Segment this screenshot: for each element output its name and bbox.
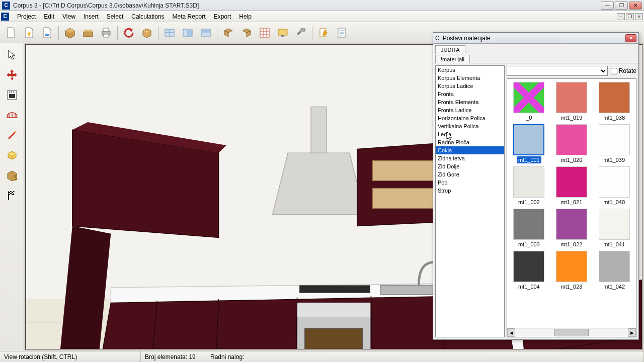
part-item-zidna-letva[interactable]: Zidna letva [436,154,504,162]
scroll-left-button[interactable]: ◀ [507,328,515,337]
menu-meta-report[interactable]: Meta Report [169,12,210,21]
swatch-tile[interactable] [556,82,587,113]
swatch-horizontal-scrollbar[interactable]: ◀ ▶ [507,328,636,337]
rotate-checkbox-label[interactable]: Rotate [611,67,636,74]
window-minimize-button[interactable]: — [601,2,614,10]
part-item-strop[interactable]: Strop [436,187,504,195]
box-closed-button[interactable] [62,25,78,41]
swatch-tile[interactable] [599,166,630,198]
oven-tool[interactable] [4,86,21,104]
render-button[interactable] [275,25,291,41]
menu-calculations[interactable]: Calculations [127,12,168,21]
swatch-tile[interactable] [556,124,587,155]
menu-help[interactable]: Help [235,12,256,21]
swatch-mt1_023[interactable]: mt1_023 [553,251,591,290]
part-item-horizontalna-polica[interactable]: Horizontalna Polica [436,114,504,122]
swatch-tile[interactable] [513,166,544,198]
print-button[interactable] [98,25,114,41]
swatch-mt1_003[interactable]: mt1_003 [510,209,548,248]
swatch-mt1_022[interactable]: mt1_022 [553,209,591,248]
scroll-thumb[interactable] [554,329,588,336]
box-3d-button[interactable] [139,25,155,41]
view-front-button[interactable] [162,25,178,41]
swatch-mt1_041[interactable]: mt1_041 [595,209,633,248]
part-item-korpus-elementa[interactable]: Korpus Elementa [436,74,504,82]
part-item-radna-ploča[interactable]: Radna Ploča [436,138,504,146]
menu-view[interactable]: View [58,12,79,21]
dialog-titlebar[interactable]: C Postavi materijale ✕ [433,33,638,44]
draw-tool[interactable] [4,127,21,144]
swatch-_0[interactable]: _0 [510,82,548,121]
move-tool[interactable] [4,66,21,83]
open-file-button[interactable] [21,25,37,41]
dialog-close-button[interactable]: ✕ [625,34,636,42]
swatch-mt1_004[interactable]: mt1_004 [510,251,548,290]
flag-tool[interactable] [4,187,21,204]
swatch-mt1_021[interactable]: mt1_021 [553,166,591,206]
swatch-tile[interactable] [599,82,630,113]
swatch-mt1_042[interactable]: mt1_042 [595,251,633,290]
swatch-tile[interactable] [513,124,544,155]
materials-dialog[interactable]: C Postavi materijale ✕ JUDITA !materijal… [433,32,639,340]
swatch-mt1_040[interactable]: mt1_040 [595,166,633,206]
parts-listbox[interactable]: KorpusKorpus ElementaKorpus LadiceFronta… [435,65,505,337]
view-top-button[interactable] [198,25,214,41]
view-side-button[interactable] [180,25,196,41]
swatch-scroll-area[interactable]: _0mt1_019mt1_038mt1_001mt1_020mt1_039mt1… [507,78,636,328]
top-grid-tool[interactable] [4,107,21,124]
hammer-button[interactable] [293,25,309,41]
mdi-minimize-button[interactable]: – [617,13,625,20]
swatch-tile[interactable] [556,209,587,240]
swatch-mt1_001[interactable]: mt1_001 [510,124,548,163]
iso-left-button[interactable] [220,25,236,41]
scroll-right-button[interactable]: ▶ [628,328,636,337]
material-dropdown[interactable] [507,66,608,76]
swatch-tile[interactable] [513,209,544,240]
swatch-mt1_020[interactable]: mt1_020 [553,124,591,163]
dialog-tab-judita[interactable]: JUDITA [435,45,465,54]
part-item-zid-gore[interactable]: Zid Gore [436,170,504,178]
pointer-tool[interactable] [4,46,21,63]
undo-button[interactable] [121,25,137,41]
menu-insert[interactable]: Insert [79,12,103,21]
part-item-pod[interactable]: Pod [436,178,504,187]
swatch-mt1_019[interactable]: mt1_019 [553,82,591,121]
rotate-checkbox[interactable] [611,68,617,74]
swatch-mt1_039[interactable]: mt1_039 [595,124,633,163]
part-item-fronta-ladice[interactable]: Fronta Ladice [436,106,504,114]
menu-export[interactable]: Export [210,12,235,21]
part-item-cokla[interactable]: Cokla [436,146,504,154]
swatch-tile[interactable] [513,82,544,113]
menu-select[interactable]: Select [103,12,127,21]
swatch-tile[interactable] [556,166,587,198]
save-file-button[interactable] [39,25,55,41]
menu-project[interactable]: Project [13,12,40,21]
edit-sheet-button[interactable] [315,25,332,41]
swatch-mt1_002[interactable]: mt1_002 [510,166,548,206]
grid-icon-button[interactable] [257,25,273,41]
swatch-tile[interactable] [599,124,630,155]
part-item-fronta[interactable]: Fronta [436,90,504,98]
part-item-korpus[interactable]: Korpus [436,66,504,74]
mdi-close-button[interactable]: × [635,13,643,20]
dialog-tab-materials[interactable]: !materijali [435,55,470,63]
part-item-vertikalna-polica[interactable]: Vertikalna Polica [436,122,504,130]
window-restore-button[interactable]: ❐ [615,2,628,10]
new-file-button[interactable] [3,25,19,41]
swatch-tile[interactable] [513,251,544,282]
package-tool[interactable]: $ [4,167,21,184]
part-item-korpus-ladice[interactable]: Korpus Ladice [436,82,504,90]
box-open-button[interactable] [80,25,96,41]
menu-edit[interactable]: Edit [40,12,58,21]
window-close-button[interactable]: ✕ [629,2,642,10]
swatch-tile[interactable] [599,251,630,282]
report-button[interactable] [334,25,350,41]
swatch-tile[interactable] [556,251,587,282]
swatch-tile[interactable] [599,209,630,240]
mdi-restore-button[interactable]: ❐ [626,13,634,20]
part-item-zid-dolje[interactable]: Zid Dolje [436,162,504,170]
iso-right-button[interactable] [238,25,255,41]
cube-tool[interactable] [4,147,21,164]
part-item-ledja[interactable]: Ledja [436,130,504,138]
swatch-mt1_038[interactable]: mt1_038 [595,82,633,121]
